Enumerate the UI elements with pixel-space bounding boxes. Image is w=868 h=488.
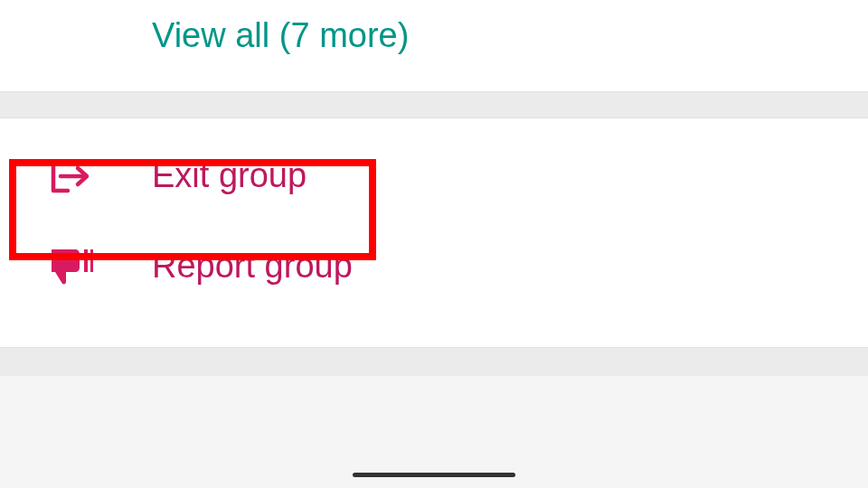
exit-group-label: Exit group [152,156,307,195]
thumbs-down-icon [45,246,96,286]
view-all-link[interactable]: View all (7 more) [152,16,409,54]
svg-rect-0 [84,249,88,272]
report-group-label: Report group [152,247,353,286]
home-indicator [353,473,515,477]
actions-section: Exit group Report group [0,118,868,347]
view-all-section: View all (7 more) [0,0,868,91]
exit-group-item[interactable]: Exit group [0,131,868,221]
bottom-divider [0,347,868,376]
section-divider [0,91,868,118]
svg-rect-1 [90,249,93,272]
report-group-item[interactable]: Report group [0,221,868,311]
exit-icon [45,158,96,194]
